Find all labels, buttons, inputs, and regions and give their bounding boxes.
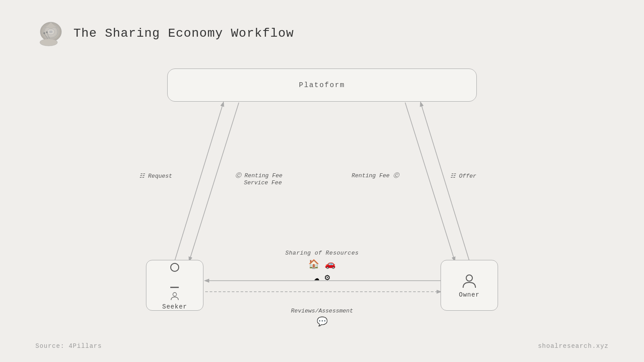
offer-label: ☷ Offer [450,172,476,179]
reviews-section: Reviews/Assessment 💬 [283,308,361,327]
reviews-label: Reviews/Assessment [283,308,361,314]
platform-label: Platoform [299,81,345,89]
platform-box: Platoform [167,69,477,102]
svg-point-15 [173,293,176,296]
renting-fee-left-icon: Ⓒ [235,172,245,179]
svg-line-12 [405,103,455,261]
svg-point-7 [43,32,45,34]
footer-website: shoalresearch.xyz [538,343,609,350]
page-title: The Sharing Economy Workflow [73,27,294,40]
seeker-label: Seeker [162,303,187,310]
gear-icon: ⚙ [325,273,330,283]
header: The Sharing Economy Workflow [35,18,294,49]
sharing-resources-label: Sharing of Resources [252,250,392,256]
page: The Sharing Economy Workflow Platoform [0,0,644,362]
svg-line-11 [189,103,239,261]
seeker-box: ◯⎯ Seeker [146,260,203,311]
car-icon: 🚗 [325,259,336,270]
request-label: ☷ Request [139,172,172,179]
chat-icon: 💬 [283,316,361,327]
svg-point-3 [49,30,53,33]
svg-line-10 [421,103,469,261]
logo-icon [35,18,66,49]
owner-label: Owner [459,291,479,298]
owner-avatar-icon [461,273,477,289]
resources-icons: 🏠 🚗 ☁ ⚙ [252,258,392,285]
renting-fee-right-label: Renting Fee Ⓒ [352,171,399,179]
sharing-resources-section: Sharing of Resources 🏠 🚗 ☁ ⚙ [252,250,392,285]
cloud-icon: ☁ [314,273,319,283]
seeker-person-icon: ◯⎯ [170,260,179,289]
offer-icon: ☷ [450,173,459,179]
svg-line-9 [175,103,223,261]
request-icon: ☷ [139,173,148,179]
owner-box: Owner [441,260,498,311]
renting-fee-left-label: Ⓒ Renting Fee Service Fee [235,171,283,186]
seeker-avatar-icon [167,291,183,301]
svg-point-8 [46,31,48,33]
svg-point-16 [466,275,472,281]
house-icon: 🏠 [308,259,319,270]
svg-point-4 [40,39,58,46]
footer-source: Source: 4Pillars [35,343,102,350]
renting-fee-right-icon: Ⓒ [393,172,399,179]
